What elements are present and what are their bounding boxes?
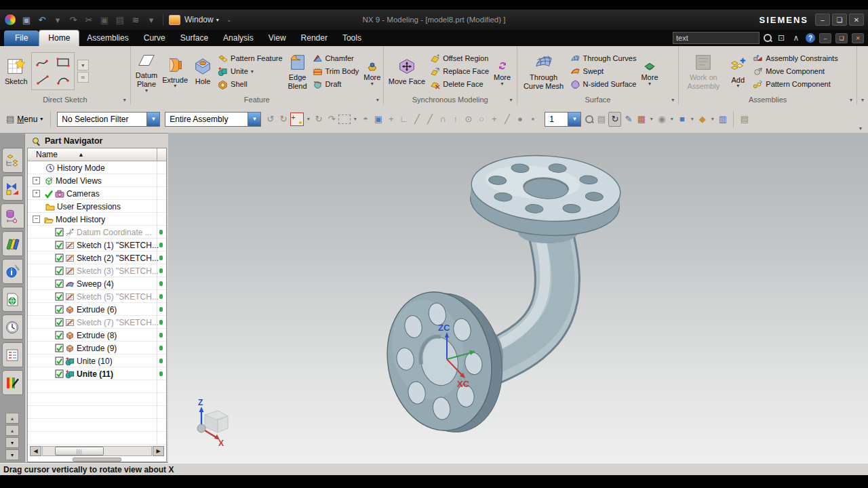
- name-column-header[interactable]: Name ▲: [28, 148, 166, 161]
- line-tool[interactable]: [33, 71, 53, 89]
- feature-checkbox[interactable]: [55, 357, 64, 365]
- resource-scroll-up[interactable]: ▴: [5, 425, 19, 436]
- scrollbar-track[interactable]: |||: [42, 446, 152, 456]
- tree-item-label[interactable]: History Mode: [57, 163, 105, 173]
- feature-checkbox[interactable]: [55, 331, 64, 340]
- tree-item-label[interactable]: Model Views: [56, 176, 102, 186]
- work-layer-select[interactable]: 1 ▼: [545, 112, 581, 127]
- sync-more-button[interactable]: More▾: [492, 56, 512, 86]
- minimize-ribbon-icon[interactable]: ∧: [791, 33, 802, 43]
- move-object-icon[interactable]: +: [385, 113, 397, 126]
- window-stack-icon[interactable]: ▥: [717, 113, 728, 126]
- feature-checkbox[interactable]: [55, 318, 64, 327]
- tree-item-label[interactable]: Sketch (7) "SKETCH...: [77, 318, 159, 327]
- tree-item[interactable]: Sketch (3) "SKETCH...: [28, 264, 166, 277]
- group-dialog-arrow[interactable]: ▾: [671, 97, 674, 103]
- rotate-view-icon[interactable]: ↻: [608, 112, 621, 127]
- feature-checkbox[interactable]: [55, 253, 64, 262]
- expand-toggle[interactable]: +: [33, 177, 40, 184]
- resource-scroll-bottom[interactable]: ▾: [5, 449, 19, 460]
- search-icon[interactable]: [764, 34, 772, 42]
- tree-item-label[interactable]: Sketch (3) "SKETCH...: [77, 266, 159, 276]
- tree-item[interactable]: Sketch (5) "SKETCH...: [28, 290, 166, 303]
- column-divider[interactable]: [157, 148, 157, 161]
- expand-toggle[interactable]: −: [33, 216, 40, 223]
- n-sided-surface-button[interactable]: N-sided Surface: [570, 79, 637, 89]
- palette-gallery-expand[interactable]: ≂: [77, 72, 89, 83]
- tree-item-label[interactable]: Unite (10): [77, 357, 113, 366]
- reuse-library-tab[interactable]: [2, 231, 23, 256]
- feature-checkbox[interactable]: [55, 241, 64, 249]
- copy-icon[interactable]: ▣: [98, 14, 111, 26]
- pen-icon[interactable]: ✎: [623, 113, 634, 126]
- selection-scope-select[interactable]: Entire Assembly ▼: [165, 112, 261, 127]
- scrollbar-thumb[interactable]: |||: [55, 447, 104, 455]
- tree-item[interactable]: Datum Coordinate ...: [28, 226, 166, 239]
- move-component-button[interactable]: Move Component: [753, 66, 837, 77]
- tree-item[interactable]: Extrude (9): [28, 342, 166, 354]
- shaded-object-icon[interactable]: ◓: [359, 113, 371, 126]
- history-tab[interactable]: [2, 314, 23, 340]
- tab-home[interactable]: Home: [39, 30, 79, 46]
- draft-button[interactable]: Draft: [313, 79, 359, 89]
- circle-snap-icon[interactable]: ○: [475, 113, 487, 126]
- replace-face-button[interactable]: Replace Face: [430, 66, 489, 77]
- group-dialog-arrow[interactable]: ▾: [510, 97, 513, 103]
- tab-assemblies[interactable]: Assemblies: [79, 30, 136, 46]
- profile-tool[interactable]: [33, 54, 53, 71]
- window-menu-button[interactable]: Window▾: [184, 15, 219, 24]
- paste-icon[interactable]: ▤: [114, 14, 126, 26]
- tree-item-label[interactable]: Datum Coordinate ...: [77, 228, 152, 237]
- perspective-dropdown[interactable]: ▾: [648, 113, 654, 126]
- graphics-window[interactable]: ZC XC Z X: [168, 133, 868, 463]
- tree-item[interactable]: User Expressions: [28, 200, 166, 213]
- offset-region-button[interactable]: Offset Region: [430, 54, 489, 64]
- arc-tool[interactable]: [53, 71, 73, 89]
- tree-item[interactable]: Unite (10): [28, 354, 166, 367]
- tree-item-label[interactable]: Extrude (6): [77, 305, 117, 314]
- feature-checkbox[interactable]: [55, 228, 64, 237]
- roles-tab[interactable]: [2, 370, 23, 395]
- command-search-input[interactable]: [673, 32, 760, 44]
- doc-minimize-button[interactable]: –: [819, 33, 831, 43]
- constraint-navigator-tab[interactable]: [2, 176, 23, 201]
- work-section-icon[interactable]: ▣: [372, 113, 384, 126]
- feature-checkbox[interactable]: [55, 344, 64, 352]
- fit-view-icon[interactable]: ▤: [595, 113, 607, 126]
- minimize-button[interactable]: –: [815, 14, 830, 26]
- snap-point-toggle[interactable]: +: [290, 113, 304, 126]
- tree-item[interactable]: Sweep (4): [28, 277, 166, 290]
- curve-snap-icon[interactable]: ∩: [437, 113, 448, 126]
- tree-item-label[interactable]: Sketch (1) "SKETCH...: [77, 241, 159, 250]
- feature-checkbox[interactable]: [55, 292, 64, 301]
- tree-item-label[interactable]: Extrude (8): [77, 331, 117, 340]
- tree-item[interactable]: Sketch (2) "SKETCH...: [28, 251, 166, 264]
- feature-checkbox[interactable]: [55, 279, 64, 288]
- zoom-window-icon[interactable]: [585, 115, 594, 124]
- work-on-assembly-button[interactable]: Work on Assembly: [682, 52, 724, 91]
- rotate-curve-icon[interactable]: ↷: [326, 113, 337, 126]
- doc-restore-button[interactable]: ❏: [835, 33, 848, 43]
- shaded-view-icon[interactable]: ■: [676, 113, 688, 126]
- gesture-pan-icon[interactable]: ↺: [264, 113, 276, 126]
- hd3d-tools-tab[interactable]: [2, 259, 23, 284]
- edge-blend-button[interactable]: Edge Blend: [286, 52, 309, 91]
- tree-item[interactable]: History Mode: [28, 161, 166, 174]
- pattern-component-button[interactable]: Pattern Component: [753, 79, 837, 89]
- tab-render[interactable]: Render: [294, 30, 335, 46]
- through-curve-mesh-button[interactable]: Through Curve Mesh: [521, 52, 567, 91]
- rendering-style-dropdown[interactable]: ▾: [669, 113, 675, 126]
- tree-item-label[interactable]: Sketch (5) "SKETCH...: [77, 292, 159, 302]
- perspective-icon[interactable]: ▦: [635, 113, 647, 126]
- fullscreen-icon[interactable]: ⊡: [776, 33, 787, 43]
- undo-icon[interactable]: ↶: [36, 14, 48, 26]
- surface-more-button[interactable]: More▾: [639, 56, 659, 86]
- move-face-button[interactable]: Move Face: [387, 56, 427, 87]
- group-dialog-arrow[interactable]: ▾: [850, 97, 852, 103]
- view-tool-dropdown[interactable]: ▾: [145, 14, 157, 26]
- horizontal-scrollbar[interactable]: ◀ ||| ▶: [30, 446, 164, 456]
- swept-button[interactable]: Swept: [570, 66, 637, 77]
- tab-file[interactable]: File: [4, 30, 39, 46]
- close-button[interactable]: ✕: [849, 14, 864, 26]
- group-dialog-arrow[interactable]: ▾: [376, 97, 379, 103]
